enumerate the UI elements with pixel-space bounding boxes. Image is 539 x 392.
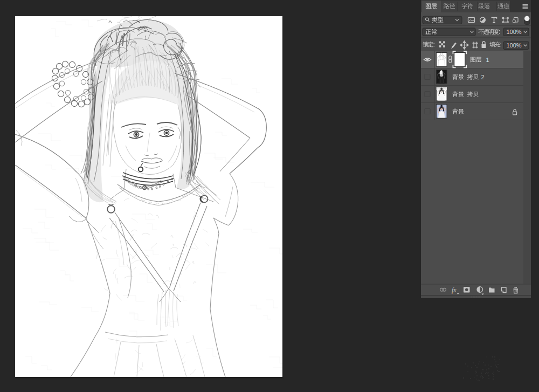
svg-text:1: 1 (486, 57, 489, 63)
svg-text:2: 2 (481, 74, 485, 80)
svg-text:100%: 100% (507, 42, 522, 49)
svg-text:fx: fx (452, 286, 457, 294)
svg-text:100%: 100% (507, 29, 522, 35)
